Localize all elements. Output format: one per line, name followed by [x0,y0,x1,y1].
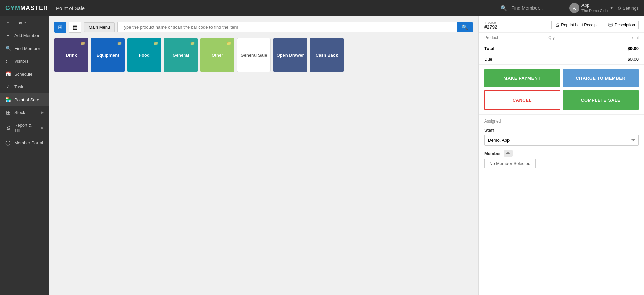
reprint-receipt-button[interactable]: 🖨 Reprint Last Receipt [551,21,601,29]
product-tile-drink[interactable]: 📁Drink [54,38,88,72]
logo-master: MASTER [20,5,48,11]
user-menu[interactable]: A App The Demo Club ▼ [569,3,613,13]
top-nav: GYMMASTER Point of Sale 🔍 A App The Demo… [0,0,644,16]
stock-icon: ▦ [5,110,11,115]
printer-icon: 🖨 [555,23,559,27]
charge-to-member-button[interactable]: CHARGE TO MEMBER [563,69,639,87]
settings-label: Settings [623,6,639,11]
product-tile-equipment[interactable]: 📁Equipment [91,38,125,72]
sidebar-item-report-till[interactable]: 🖨 Report & Till ▶ [0,119,49,136]
logo-gym: GYM [5,5,20,11]
col-qty: Qty [543,33,587,43]
product-tile-food[interactable]: 📁Food [127,38,161,72]
product-tile-label: Open Drawer [277,53,304,58]
description-label: Description [615,23,635,27]
sidebar-item-find-member[interactable]: 🔍 Find Member [0,42,49,55]
user-app-name: App [581,3,608,8]
product-tile-label: Cash Back [316,53,338,58]
chevron-right-icon: ▶ [41,110,44,115]
folder-icon: 📁 [117,41,122,46]
due-label: Due [479,54,543,65]
search-button[interactable]: 🔍 [457,22,473,32]
sidebar-item-point-of-sale[interactable]: 🏪 Point of Sale [0,93,49,106]
settings-link[interactable]: ⚙ Settings [617,6,639,11]
app-logo: GYMMASTER [5,5,48,12]
member-label: Member [484,151,501,156]
due-qty [543,54,587,65]
home-icon: ⌂ [5,20,11,25]
sidebar-item-home[interactable]: ⌂ Home [0,16,49,29]
sidebar: ⌂ Home + Add Member 🔍 Find Member 🏷 Visi… [0,16,49,295]
gear-icon: ⚙ [617,6,621,11]
staff-select[interactable]: Demo, App [484,135,639,146]
add-icon: + [5,33,11,38]
page-title: Point of Sale [56,5,500,11]
invoice-header: Invoice #2792 🖨 Reprint Last Receipt 💬 D… [479,16,644,33]
list-view-button[interactable]: ▤ [69,22,81,33]
make-payment-button[interactable]: MAKE PAYMENT [484,69,560,87]
sidebar-item-schedule[interactable]: 📅 Schedule [0,68,49,80]
breadcrumb[interactable]: Main Menu [84,22,115,32]
chevron-down-icon: ▼ [610,6,613,10]
col-total: Total [588,33,644,43]
breadcrumb-label: Main Menu [89,25,110,30]
sidebar-item-task[interactable]: ✓ Task [0,80,49,93]
product-tile-label: Food [139,53,150,58]
cancel-button[interactable]: CANCEL [484,90,560,110]
member-field-label: Member ✏ [484,150,639,157]
invoice-number: #2792 [484,24,497,30]
folder-icon: 📁 [226,41,231,46]
sidebar-item-member-portal[interactable]: ◯ Member Portal [0,136,49,149]
staff-label: Staff [484,128,494,133]
chevron-right-icon: ▶ [41,126,44,130]
sidebar-item-label: Task [14,84,44,89]
total-label: Total [479,43,543,54]
find-member-input[interactable] [511,5,565,11]
action-buttons: MAKE PAYMENT CHARGE TO MEMBER CANCEL COM… [479,65,644,114]
description-button[interactable]: 💬 Description [604,21,639,29]
main-layout: ⌂ Home + Add Member 🔍 Find Member 🏷 Visi… [0,16,644,295]
product-tile-label: Drink [66,53,77,58]
calendar-icon: 📅 [5,71,11,77]
pos-icon: 🏪 [5,97,11,102]
folder-icon: 📁 [80,41,85,46]
search-icon: 🔍 [5,46,11,51]
assigned-label: Assigned [484,119,639,124]
sidebar-item-label: Visitors [14,59,44,64]
sidebar-item-label: Report & Till [14,123,38,133]
sidebar-item-add-member[interactable]: + Add Member [0,29,49,42]
folder-icon: 📁 [153,41,158,46]
staff-field-label: Staff [484,128,639,133]
tag-icon: 🏷 [5,58,11,64]
invoice-total-row: Total $0.00 [479,43,644,54]
product-tile-label: Other [212,53,223,58]
product-tile-general[interactable]: 📁General [164,38,198,72]
grid-view-button[interactable]: ⊞ [54,22,66,33]
product-tile-other[interactable]: 📁Other [200,38,234,72]
col-product: Product [479,33,543,43]
sidebar-item-label: Stock [14,110,38,115]
content-area: ⊞ ▤ Main Menu 🔍 📁Drink📁Equipment📁Food📁Ge… [49,16,478,295]
chat-icon: 💬 [608,23,613,27]
toolbar: ⊞ ▤ Main Menu 🔍 [54,22,473,33]
product-tile-label: Equipment [96,53,119,58]
product-tile-cash-back[interactable]: Cash Back [310,38,344,72]
complete-sale-button[interactable]: COMPLETE SALE [563,90,639,110]
sidebar-item-visitors[interactable]: 🏷 Visitors [0,55,49,68]
search-input[interactable] [118,22,457,32]
invoice-title: Invoice #2792 [484,20,497,30]
avatar: A [569,3,579,13]
sidebar-item-stock[interactable]: ▦ Stock ▶ [0,106,49,119]
member-edit-button[interactable]: ✏ [504,150,513,157]
search-container: 🔍 [117,22,473,32]
product-tile-general-sale[interactable]: General Sale [237,38,271,72]
product-tile-open-drawer[interactable]: Open Drawer [273,38,307,72]
sidebar-item-label: Home [14,20,44,25]
folder-icon: 📁 [190,41,195,46]
search-icon[interactable]: 🔍 [500,5,507,11]
product-tile-label: General Sale [241,53,267,58]
sidebar-item-label: Schedule [14,72,44,77]
top-nav-right: 🔍 A App The Demo Club ▼ ⚙ Settings [500,3,639,13]
product-tile-label: General [173,53,189,58]
product-grid: 📁Drink📁Equipment📁Food📁General📁OtherGener… [54,38,473,72]
